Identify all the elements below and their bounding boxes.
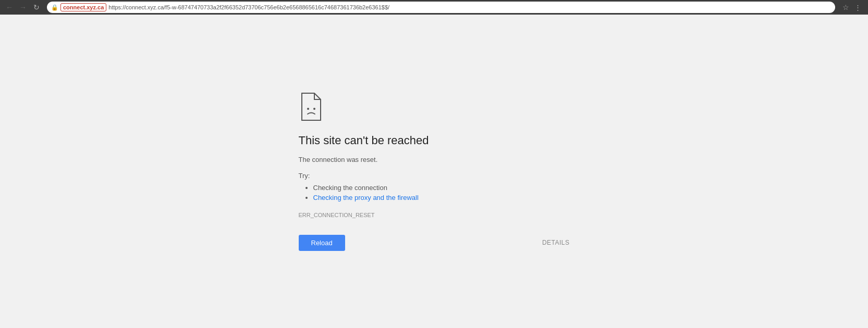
sad-document-icon	[299, 92, 324, 121]
reload-button[interactable]: ↻	[31, 2, 42, 12]
reload-button-main[interactable]: Reload	[299, 235, 345, 251]
back-button[interactable]: ←	[4, 2, 15, 12]
button-row: Reload DETAILS	[299, 235, 570, 251]
bookmark-icon[interactable]: ☆	[842, 3, 849, 11]
error-container: This site can't be reached The connectio…	[288, 82, 580, 261]
try-item-1: Checking the connection	[313, 184, 419, 192]
error-code: ERR_CONNECTION_RESET	[299, 212, 375, 218]
try-list: Checking the connection Checking the pro…	[299, 184, 419, 204]
url-full: https://connect.xyz.ca/f5-w-68747470733a…	[108, 4, 831, 10]
menu-icon[interactable]: ⋮	[852, 4, 864, 11]
details-button[interactable]: DETAILS	[542, 239, 570, 246]
proxy-firewall-link[interactable]: Checking the proxy and the firewall	[313, 194, 419, 201]
page-content: This site can't be reached The connectio…	[0, 15, 868, 328]
browser-chrome: ← → ↻ 🔒 connect.xyz.ca https://connect.x…	[0, 0, 868, 15]
try-label: Try:	[299, 172, 310, 180]
forward-button[interactable]: →	[18, 2, 28, 12]
url-domain-highlight: connect.xyz.ca	[60, 3, 106, 11]
try-item-2[interactable]: Checking the proxy and the firewall	[313, 194, 419, 201]
address-bar[interactable]: 🔒 connect.xyz.ca https://connect.xyz.ca/…	[47, 2, 835, 13]
error-subtitle: The connection was reset.	[299, 156, 378, 163]
svg-point-1	[313, 108, 315, 110]
svg-point-0	[307, 108, 309, 110]
security-icon: 🔒	[51, 4, 58, 11]
error-title: This site can't be reached	[299, 134, 429, 147]
